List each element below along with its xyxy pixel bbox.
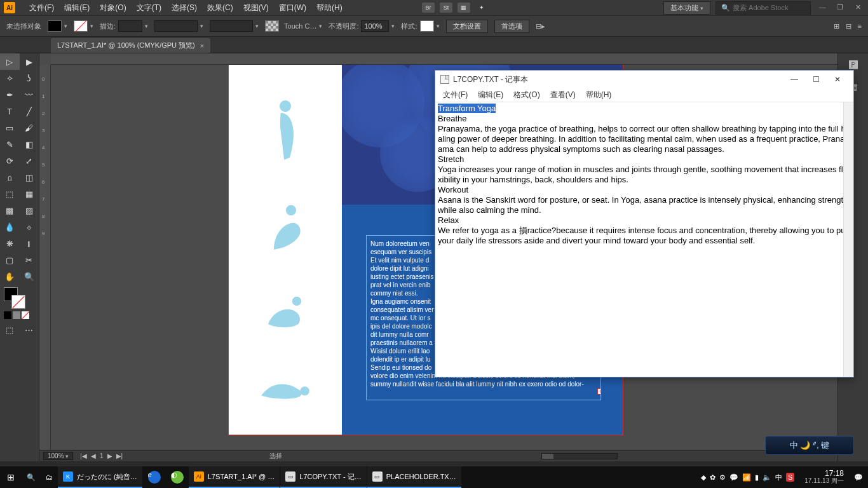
preferences-button[interactable]: 首选项 xyxy=(494,20,529,33)
panel-opt-1[interactable]: ⊞ xyxy=(834,22,839,30)
notepad-titlebar[interactable]: L7COPY.TXT - 记事本 — ☐ ✕ xyxy=(435,71,853,88)
none-mode[interactable] xyxy=(22,311,29,319)
arrange-icon[interactable]: ▦ xyxy=(458,3,470,13)
np-menu-edit[interactable]: 编辑(E) xyxy=(473,90,508,100)
menu-view[interactable]: 视图(V) xyxy=(238,3,274,13)
hand-tool[interactable]: ✋ xyxy=(0,268,20,285)
taskbar-app-notepad-2[interactable]: ▭PLACEHOLDER.TX… xyxy=(367,466,461,488)
style-swatch[interactable] xyxy=(420,20,434,32)
color-mode[interactable] xyxy=(4,311,11,319)
menu-help[interactable]: 帮助(H) xyxy=(311,3,348,13)
notepad-close[interactable]: ✕ xyxy=(827,72,848,86)
tray-icon[interactable]: ✿ xyxy=(710,473,715,482)
horizontal-scrollbar[interactable] xyxy=(541,453,618,459)
rectangle-tool[interactable]: ▭ xyxy=(0,119,20,136)
overflow-indicator[interactable]: + xyxy=(597,388,601,395)
line-tool[interactable]: ╱ xyxy=(20,103,39,119)
stock-icon[interactable]: St xyxy=(440,3,452,13)
curvature-tool[interactable]: 〰 xyxy=(20,86,39,103)
gradient-mode[interactable] xyxy=(13,311,20,319)
symbol-sprayer-tool[interactable]: ❋ xyxy=(0,235,20,252)
notepad-window[interactable]: L7COPY.TXT - 记事本 — ☐ ✕ 文件(F) 编辑(E) 格式(O)… xyxy=(435,70,854,377)
free-transform-tool[interactable]: ◫ xyxy=(20,169,39,186)
tray-icon[interactable]: ⚙ xyxy=(719,473,726,482)
bridge-icon[interactable]: Br xyxy=(422,3,435,13)
selection-tool[interactable]: ▷ xyxy=(0,53,20,70)
tray-icon[interactable]: ◆ xyxy=(701,473,706,482)
ruler-vertical[interactable]: 0123456789 xyxy=(39,65,51,450)
magic-wand-tool[interactable]: ✧ xyxy=(0,70,20,86)
lasso-tool[interactable]: ʖ xyxy=(20,70,39,86)
notepad-maximize[interactable]: ☐ xyxy=(805,72,827,86)
taskbar-app-edge[interactable]: e xyxy=(143,466,166,488)
gpu-icon[interactable]: ✦ xyxy=(475,3,488,13)
notepad-textarea[interactable]: Transform Yoga Breathe Pranayama, the yo… xyxy=(435,102,853,377)
np-menu-help[interactable]: 帮助(H) xyxy=(581,90,617,100)
shape-builder-tool[interactable]: ⬚ xyxy=(0,186,20,202)
tray-ime[interactable]: 中 xyxy=(775,473,782,482)
gradient-tool[interactable]: ▨ xyxy=(20,202,39,219)
color-swatches[interactable] xyxy=(0,285,39,322)
menu-object[interactable]: 对象(O) xyxy=(95,3,131,13)
notepad-scrollbar[interactable] xyxy=(843,102,853,377)
workspace-switcher[interactable]: 基本功能 ▾ xyxy=(663,1,710,15)
close-tab-icon[interactable]: × xyxy=(200,42,204,50)
stroke-swatch[interactable] xyxy=(74,20,88,32)
menu-type[interactable]: 文字(T) xyxy=(132,3,166,13)
action-center-icon[interactable]: 💬 xyxy=(849,466,868,488)
np-menu-view[interactable]: 查看(V) xyxy=(545,90,581,100)
paintbrush-tool[interactable]: 🖌 xyxy=(20,119,39,136)
eraser-tool[interactable]: ◧ xyxy=(20,136,39,152)
system-tray[interactable]: ◆✿⚙💬 📶▮🔈 中S xyxy=(696,473,799,482)
opacity-input[interactable] xyxy=(361,20,389,32)
perspective-tool[interactable]: ▦ xyxy=(20,186,39,202)
taskbar-app-notepad-1[interactable]: ▭L7COPY.TXT - 记… xyxy=(280,466,366,488)
notepad-minimize[interactable]: — xyxy=(783,72,805,86)
panel-menu-icon[interactable]: ≡ xyxy=(858,22,862,30)
menu-window[interactable]: 窗口(W) xyxy=(274,3,311,13)
scale-tool[interactable]: ⤢ xyxy=(20,152,39,169)
variable-width-input[interactable] xyxy=(154,20,198,32)
tray-sogou-icon[interactable]: S xyxy=(786,473,794,482)
tray-network-icon[interactable]: 📶 xyxy=(742,473,751,482)
ime-indicator[interactable]: 中 🌙 ᐥ, 键 xyxy=(765,436,854,455)
taskbar-app-illustrator[interactable]: AiL7START_1.AI* @ … xyxy=(189,466,280,488)
graph-tool[interactable]: ⫿ xyxy=(20,235,39,252)
panel-opt-2[interactable]: ⊟ xyxy=(846,22,851,30)
zoom-tool[interactable]: 🔍 xyxy=(20,268,39,285)
width-tool[interactable]: ⩍ xyxy=(0,169,20,186)
tray-volume-icon[interactable]: 🔈 xyxy=(763,473,771,482)
menu-select[interactable]: 选择(S) xyxy=(166,3,202,13)
window-restore[interactable]: ❐ xyxy=(834,3,846,12)
window-close[interactable]: ✕ xyxy=(851,3,864,12)
doc-setup-button[interactable]: 文档设置 xyxy=(446,20,488,33)
fill-swatch[interactable] xyxy=(48,20,62,32)
mesh-tool[interactable]: ▩ xyxy=(0,202,20,219)
tray-battery-icon[interactable]: ▮ xyxy=(755,473,759,482)
artboard-nav[interactable]: |◀◀1▶▶| xyxy=(78,452,125,459)
start-button[interactable]: ⊞ xyxy=(0,466,22,488)
np-menu-file[interactable]: 文件(F) xyxy=(438,90,473,100)
align-icon[interactable]: ⊟▸ xyxy=(536,22,545,30)
menu-effect[interactable]: 效果(C) xyxy=(202,3,238,13)
search-stock[interactable]: 🔍搜索 Adobe Stock xyxy=(715,1,811,15)
ruler-horizontal[interactable] xyxy=(51,53,837,65)
slice-tool[interactable]: ✂ xyxy=(20,252,39,268)
zoom-level[interactable]: 100% ▾ xyxy=(43,452,73,460)
explorer-button[interactable]: 🗂 xyxy=(41,466,58,488)
artboard-tool[interactable]: ▢ xyxy=(0,252,20,268)
np-menu-format[interactable]: 格式(O) xyxy=(508,90,545,100)
opacity-swatch[interactable] xyxy=(265,20,279,32)
pen-tool[interactable]: ✒ xyxy=(0,86,20,103)
direct-selection-tool[interactable]: ▶ xyxy=(20,53,39,70)
eyedropper-tool[interactable]: 💧 xyxy=(0,219,20,235)
menu-file[interactable]: 文件(F) xyxy=(24,3,59,13)
tray-icon[interactable]: 💬 xyxy=(729,473,738,482)
brush-def-input[interactable] xyxy=(210,20,253,32)
type-tool[interactable]: T xyxy=(0,103,20,119)
taskbar-app-1[interactable]: Kだったのに (純音… xyxy=(58,466,142,488)
shaper-tool[interactable]: ✎ xyxy=(0,136,20,152)
stroke-weight-input[interactable] xyxy=(118,20,142,32)
menu-edit[interactable]: 编辑(E) xyxy=(59,3,95,13)
window-minimize[interactable]: — xyxy=(816,3,829,12)
